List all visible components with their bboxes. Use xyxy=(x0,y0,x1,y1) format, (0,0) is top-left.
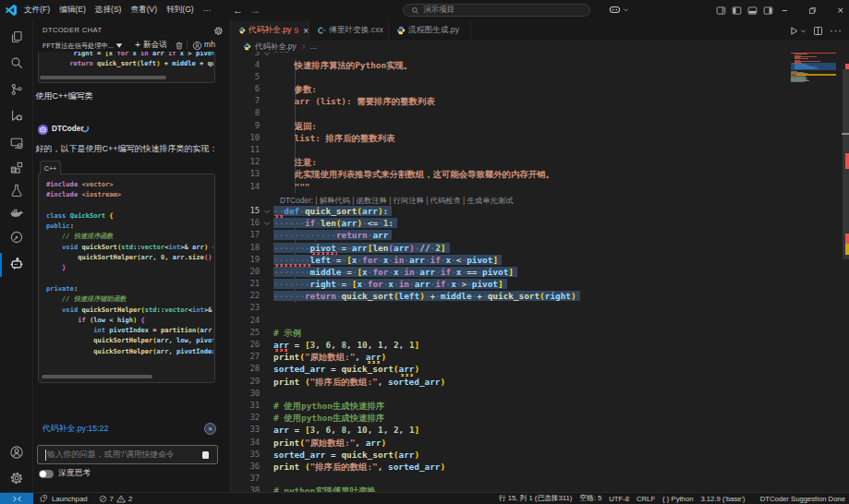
code-line-34[interactable]: 34print("原始数组:", arr) xyxy=(231,437,785,449)
overview-ruler[interactable] xyxy=(841,52,849,492)
context-chip-link[interactable]: 代码补全.py:15:22 xyxy=(42,424,108,435)
dtcoder-chat-icon[interactable] xyxy=(9,257,24,271)
code-line-14[interactable]: 14 """ xyxy=(231,181,785,193)
code-line-16[interactable]: 16······if·len(arr)·<=·1: xyxy=(231,217,785,229)
code-line-30[interactable]: 30 xyxy=(231,388,785,400)
fold-chevron-icon[interactable] xyxy=(263,208,271,215)
breadcrumb-file[interactable]: 代码补全.py xyxy=(255,42,297,52)
panel-gear-icon[interactable] xyxy=(213,26,224,36)
menu-file[interactable]: 文件(F) xyxy=(24,5,50,16)
code-line-21[interactable]: 21·······right·=·[x·for·x·in·arr·if·x·>·… xyxy=(231,278,785,290)
settings-gear-icon[interactable] xyxy=(9,471,24,486)
code-line-24[interactable]: 24 xyxy=(231,315,785,327)
cursor-position[interactable]: 行 15, 列 1 (已选择311) xyxy=(499,494,572,503)
code-line-26[interactable]: 26arr = [3, 6, 8, 10, 1, 2, 1] xyxy=(231,339,785,351)
run-python-button[interactable] xyxy=(789,26,807,36)
eol[interactable]: CRLF xyxy=(637,495,655,503)
deep-think-toggle[interactable] xyxy=(39,470,54,478)
account-avatar-icon[interactable] xyxy=(192,41,202,51)
minimize-button[interactable]: − xyxy=(782,5,787,16)
code-scrollbar[interactable] xyxy=(40,76,166,79)
code-line-28[interactable]: 28sorted_arr = quick_sort(arr) xyxy=(231,363,785,375)
code-line-17[interactable]: 17············return·arr xyxy=(231,229,785,241)
fold-chevron-icon[interactable] xyxy=(263,220,271,227)
menu-edit[interactable]: 编辑(E) xyxy=(59,5,86,16)
split-editor-icon[interactable] xyxy=(813,26,823,36)
command-center-search[interactable]: 演示项目 xyxy=(403,4,590,17)
encoding[interactable]: UTF-8 xyxy=(609,495,629,503)
codelens-row[interactable]: DTCoder: | 解释代码 | 函数注释 | 行间注释 | 代码检查 | 生… xyxy=(231,193,785,205)
code-line-37[interactable]: 37 xyxy=(231,473,785,485)
toggle-secondary-sidebar-icon[interactable] xyxy=(763,6,773,16)
tab-close-icon[interactable]: × xyxy=(303,26,309,36)
indentation[interactable]: 空格: 5 xyxy=(579,494,601,503)
new-session-plus-icon[interactable]: + xyxy=(135,39,140,50)
menu-selection[interactable]: 选择(S) xyxy=(95,5,122,16)
code-line-13[interactable]: 13 此实现使用列表推导式来分割数组，这可能会导致额外的内存开销。 xyxy=(231,168,785,180)
back-arrow-icon[interactable]: ← xyxy=(233,5,243,16)
code-line-25[interactable]: 25# 示例 xyxy=(231,327,785,339)
code-line-12[interactable]: 12 注意: xyxy=(231,156,785,168)
code-line-10[interactable]: 10 list: 排序后的整数列表 xyxy=(231,132,785,144)
tab-flowchart[interactable]: 流程图生成.py xyxy=(389,20,471,41)
chat-input[interactable]: 输入你的问题，或用'/'调用快捷命令 xyxy=(37,445,218,464)
dtcoder-status[interactable]: DTCoder Suggestion Done xyxy=(760,495,845,503)
docker-icon[interactable] xyxy=(9,205,24,220)
menu-more[interactable]: ··· xyxy=(203,6,212,15)
code-editor[interactable]: 3"""4 快速排序算法的Python实现。56 参数:7 arr (list)… xyxy=(231,52,849,492)
tab-fourier[interactable]: 傅里叶变换.cxx xyxy=(309,20,389,41)
forward-arrow-icon[interactable]: → xyxy=(250,5,261,16)
python-interpreter[interactable]: 3.12.9 ('base') xyxy=(700,495,745,503)
code-line-31[interactable]: 31# 使用python生成快速排序 xyxy=(231,400,785,412)
menu-view[interactable]: 查看(V) xyxy=(130,5,157,16)
close-button[interactable]: × xyxy=(838,5,843,16)
source-control-icon[interactable] xyxy=(9,82,24,97)
code-line-38[interactable]: 38# python实现傅里叶变换 xyxy=(231,485,785,492)
code-line-7[interactable]: 7 arr (list): 需要排序的整数列表 xyxy=(231,95,785,107)
tab-daimabuquan[interactable]: 代码补全.py 9 × xyxy=(231,20,309,41)
code-line-20[interactable]: 20·······middle·=·[x·for·x·in·arr·if·x·=… xyxy=(231,266,785,278)
delete-session-trash-icon[interactable] xyxy=(175,41,184,51)
account-icon[interactable] xyxy=(9,445,24,460)
code-line-22[interactable]: 22······return·quick_sort(left)·+·middle… xyxy=(231,290,785,302)
code-line-35[interactable]: 35sorted_arr = quick_sort(arr) xyxy=(231,449,785,461)
code-line-4[interactable]: 4 快速排序算法的Python实现。 xyxy=(231,59,785,71)
remote-explorer-icon[interactable] xyxy=(9,136,24,150)
menu-goto[interactable]: 转到(G) xyxy=(166,5,194,16)
language-mode[interactable]: { } Python xyxy=(662,495,693,503)
code-scrollbar[interactable] xyxy=(42,375,152,378)
run-monitor-icon[interactable] xyxy=(9,230,24,245)
stop-generating-button[interactable] xyxy=(202,451,210,459)
code-line-33[interactable]: 33arr = [3, 6, 8, 10, 1, 2, 1] xyxy=(231,424,785,436)
code-line-6[interactable]: 6 参数: xyxy=(231,83,785,95)
launchpad-button[interactable]: Launchpad xyxy=(52,495,88,503)
code-line-32[interactable]: 32# 使用python生成快速排序 xyxy=(231,412,785,424)
search-view-icon[interactable] xyxy=(9,55,24,70)
extensions-icon[interactable] xyxy=(9,161,24,175)
copilot-button[interactable] xyxy=(609,4,629,16)
fold-chevron-icon[interactable] xyxy=(263,52,271,57)
toggle-panel-icon[interactable] xyxy=(747,6,758,16)
toggle-sidebar-icon[interactable] xyxy=(732,6,742,16)
session-dropdown-icon[interactable] xyxy=(115,42,123,49)
problems-button[interactable]: 7 2 xyxy=(99,495,133,503)
context-chip-close-icon[interactable]: × xyxy=(204,423,216,435)
code-line-23[interactable]: 23 xyxy=(231,302,785,314)
code-line-29[interactable]: 29print ("排序后的数组:", sorted_arr) xyxy=(231,376,785,388)
code-line-8[interactable]: 8 xyxy=(231,107,785,119)
customize-layout-icon[interactable] xyxy=(716,6,726,16)
code-line-36[interactable]: 36print ("排序后的数组:", sorted_arr) xyxy=(231,461,785,473)
session-title[interactable]: FFT算法在信号处理中... xyxy=(42,42,114,51)
code-line-15[interactable]: 15··def·quick_sort(arr): xyxy=(231,205,785,217)
code-line-27[interactable]: 27print("原始数组:", arr) xyxy=(231,351,785,363)
more-actions-icon[interactable]: ··· xyxy=(830,25,843,36)
code-line-19[interactable]: 19·······left·=·[x·for·x·in·arr·if·x·<·p… xyxy=(231,254,785,266)
code-line-11[interactable]: 11 xyxy=(231,144,785,156)
code-line-5[interactable]: 5 xyxy=(231,71,785,83)
explorer-icon[interactable] xyxy=(9,30,24,44)
code-line-3[interactable]: 3""" xyxy=(231,52,785,59)
minimap[interactable] xyxy=(791,52,837,492)
run-debug-icon[interactable] xyxy=(9,108,24,123)
new-session-button[interactable]: 新会话 xyxy=(143,40,167,51)
remote-indicator[interactable] xyxy=(0,493,33,504)
